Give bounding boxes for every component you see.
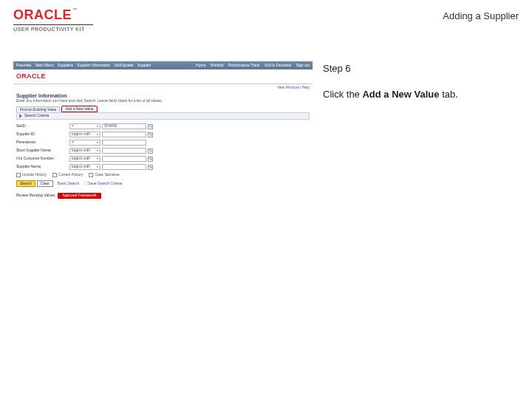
check-include-history[interactable]: Include History [16, 173, 47, 177]
field-label: Short Supplier Name: [16, 149, 69, 153]
brand-block: ORACLE™ USER PRODUCTIVITY KIT [13, 7, 93, 32]
field-row-suppliername: Supplier Name: begins with▾ 🔍 [16, 163, 310, 171]
review-label: Review Pending Values [16, 194, 55, 198]
new-window-link[interactable]: New Window | Help [13, 84, 313, 92]
value-input[interactable]: SHARE [102, 123, 146, 129]
expand-icon [19, 114, 22, 118]
chevron-down-icon: ▾ [97, 133, 98, 136]
shot-brand-row: ORACLE [13, 69, 313, 84]
check-case-sensitive[interactable]: Case Sensitive [89, 173, 119, 177]
chevron-down-icon: ▾ [97, 141, 98, 144]
shot-topbar: Favorites Main Menu Suppliers Supplier I… [13, 61, 313, 69]
lookup-icon[interactable]: 🔍 [148, 149, 153, 154]
crumb: Main Menu [35, 63, 54, 67]
crumb: Add/Update [114, 63, 133, 67]
oracle-logo-text: ORACLE [13, 7, 72, 22]
nav-worklist[interactable]: Worklist [211, 63, 224, 67]
search-criteria-bar[interactable]: Search Criteria [16, 112, 310, 120]
instr-bold: Add a New Value [362, 89, 439, 100]
check-correct-history[interactable]: Correct History [52, 173, 83, 177]
nav-perftrace[interactable]: Performance Trace [228, 63, 260, 67]
checkbox-icon [89, 173, 93, 177]
checkbox-icon [52, 173, 57, 177]
chevron-down-icon: ▾ [97, 157, 98, 160]
instr-before: Click the [323, 89, 362, 100]
lookup-icon[interactable]: 🔍 [148, 165, 153, 170]
operator-select[interactable]: begins with▾ [69, 132, 100, 137]
search-form: SetID: =▾ SHARE 🔍 Supplier ID: begins wi… [13, 120, 313, 180]
approval-framework-button[interactable]: Approval Framework [58, 193, 100, 199]
topnav-links: Home Worklist Performance Trace Add to F… [192, 64, 310, 68]
button-row: Search Clear Basic Search 📄 Save Search … [13, 180, 313, 187]
field-label: Persistence: [16, 140, 69, 145]
value-input[interactable] [102, 132, 146, 137]
field-row-shortname: Short Supplier Name: begins with▾ 🔍 [16, 147, 310, 154]
shot-subtext: Enter any information you have and click… [13, 99, 313, 106]
clear-button[interactable]: Clear [37, 180, 53, 187]
instruction-text: Click the Add a New Value tab. [323, 89, 523, 100]
field-row-supplierid: Supplier ID: begins with▾ 🔍 [16, 131, 310, 138]
field-label: SetID: [16, 124, 69, 129]
search-button[interactable]: Search [16, 180, 35, 187]
field-row-custnum: Our Customer Number: begins with▾ 🔍 [16, 155, 310, 163]
checkbox-row: Include History Correct History Case Sen… [16, 171, 310, 180]
crumb: Supplier [137, 63, 151, 67]
review-row: Review Pending Values Approval Framework [13, 187, 313, 199]
field-row-setid: SetID: =▾ SHARE 🔍 [16, 123, 310, 130]
value-input[interactable] [102, 156, 146, 162]
trademark: ™ [72, 7, 78, 12]
chevron-down-icon: ▾ [97, 149, 98, 152]
instr-after: tab. [440, 89, 458, 100]
operator-select[interactable]: begins with▾ [69, 164, 100, 170]
value-input[interactable] [102, 148, 146, 154]
embedded-screenshot: Favorites Main Menu Suppliers Supplier I… [13, 61, 313, 216]
operator-select[interactable]: begins with▾ [69, 148, 100, 154]
basic-search-link[interactable]: Basic Search [58, 182, 79, 186]
field-label: Supplier Name: [16, 165, 69, 169]
lookup-icon[interactable]: 🔍 [148, 124, 153, 129]
crumb: Favorites [16, 63, 32, 67]
tab-add-new-value[interactable]: Add a New Value [61, 106, 97, 113]
nav-signout[interactable]: Sign out [296, 63, 310, 67]
upk-label: USER PRODUCTIVITY KIT [13, 27, 93, 32]
oracle-logo: ORACLE™ [13, 7, 93, 23]
search-criteria-label: Search Criteria [24, 114, 49, 118]
shot-tabs: Find an Existing Value Add a New Value [13, 106, 313, 113]
checkbox-icon [16, 173, 21, 177]
value-select[interactable] [102, 140, 146, 146]
page-title: Adding a Supplier [443, 7, 519, 21]
crumb: Supplier Information [77, 63, 110, 67]
value-input[interactable] [102, 164, 146, 170]
brand-divider [13, 24, 93, 25]
save-search-link[interactable]: 📄 Save Search Criteria [83, 182, 122, 186]
lookup-icon[interactable]: 🔍 [148, 132, 153, 137]
operator-select[interactable]: begins with▾ [69, 156, 100, 162]
field-label: Our Customer Number: [16, 157, 69, 161]
tab-find-existing[interactable]: Find an Existing Value [16, 106, 60, 113]
mini-oracle-logo: ORACLE [16, 73, 46, 81]
operator-select[interactable]: =▾ [69, 123, 100, 129]
step-label: Step 6 [323, 63, 523, 74]
lookup-icon[interactable]: 🔍 [148, 157, 153, 162]
nav-addfav[interactable]: Add to Favorites [265, 63, 291, 67]
chevron-down-icon: ▾ [97, 125, 98, 128]
chevron-down-icon: ▾ [97, 166, 98, 168]
field-row-persistence: Persistence: =▾ [16, 139, 310, 146]
instruction-panel: Step 6 Click the Add a New Value tab. [323, 61, 523, 216]
nav-home[interactable]: Home [196, 63, 205, 67]
field-label: Supplier ID: [16, 132, 69, 137]
crumb: Suppliers [58, 63, 73, 67]
breadcrumb: Favorites Main Menu Suppliers Supplier I… [16, 64, 154, 68]
operator-select[interactable]: =▾ [69, 140, 100, 146]
